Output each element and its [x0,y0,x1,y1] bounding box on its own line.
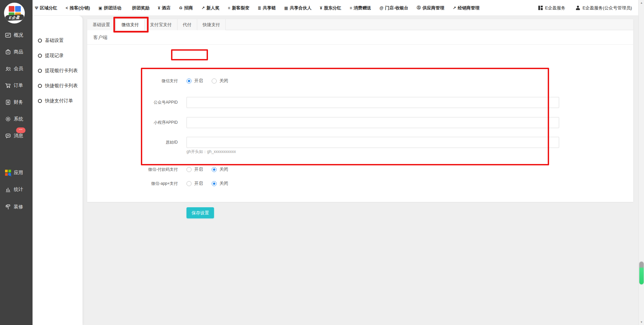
nav-item-newcomer-award[interactable]: ↗新人奖 [201,5,219,11]
sidebar-item-label: 统计 [14,186,23,193]
nav-item-label: 共享合伙人 [290,5,312,11]
nav-item-new-customer-fission[interactable]: ≡新客裂变 [228,5,249,11]
logo-text: E企盈 [5,14,24,21]
nav-item-region-dividend[interactable]: Ψ区域分红 [35,5,57,11]
submenu-item-withdraw-records[interactable]: 提现记录 [33,51,83,61]
scan-pay-row: 微信-付款码支付 开启 关闭 [87,165,237,174]
message-badge: ··· [16,127,25,133]
radio-on-label: 开启 [194,78,203,84]
mini-appid-row: 小程序APPID [87,117,559,128]
main-sidebar: 概况 商品 会员 订单 财务 系统 消息 ··· 应用 [0,0,33,325]
submenu-item-quick-pay-orders[interactable]: 快捷支付订单 [33,96,83,106]
nav-item-consumption-gift[interactable]: ≡消费赠送 [350,5,371,11]
circle-bullet-icon [38,69,42,73]
tab-basic-settings[interactable]: 基础设置 [87,19,116,30]
nav-item-label: 区域分红 [40,5,57,11]
admin-app: 概况 商品 会员 订单 财务 系统 消息 ··· 应用 [0,0,644,325]
page-scrollbar[interactable]: ▲ ▼ [638,0,644,325]
nav-item-dealer-management[interactable]: ↗经销商管理 [452,5,479,11]
tab-quick-pay[interactable]: 快捷支付 [197,19,226,30]
top-nav-menu: Ψ区域分红 <推客(分销) ▣拼团活动 拼团奖励 ¥酒店 ♻招商 ↗新人奖 ≡新… [35,0,480,16]
service-label: E企盈服务 [545,5,566,11]
nav-item-share-partner[interactable]: ▦共享合伙人 [284,5,311,11]
nav-item-label: 新客裂变 [232,5,249,11]
finance-yen-book-icon [5,99,11,105]
plane-icon: ↗ [201,6,205,10]
submenu-item-label: 提现记录 [45,53,64,59]
tab-wechat-pay[interactable]: 微信支付 [116,19,145,31]
at-icon: @ [379,6,383,10]
sidebar-item-label: 应用 [14,170,23,176]
account-label: E企盈服务(公众号管理员) [583,5,632,11]
sidebar-item-label: 商品 [14,49,23,55]
sidebar-item-label: 会员 [14,66,23,72]
stats-bars-icon [5,186,11,193]
scroll-up-icon[interactable]: ▲ [639,0,644,6]
logo-square-blue [15,6,21,12]
top-navbar: Ψ区域分红 <推客(分销) ▣拼团活动 拼团奖励 ¥酒店 ♻招商 ↗新人奖 ≡新… [0,0,644,16]
sidebar-item-apps[interactable]: 应用 [0,168,33,178]
app-logo[interactable]: E企盈 [4,3,25,23]
radio-off-label: 关闭 [219,78,228,84]
sidebar-item-overview[interactable]: 概况 [0,30,33,40]
appid-input[interactable] [186,97,559,108]
system-gear-icon [5,116,11,122]
radio-off-label: 关闭 [219,180,228,186]
submenu-item-quick-bankcards[interactable]: 快捷银行卡列表 [33,81,83,91]
sidebar-item-finance[interactable]: 财务 [0,97,33,107]
sidebar-item-system[interactable]: 系统 [0,114,33,124]
wechat-pay-form: 微信支付 开启 关闭 公众号APPID 小程序APPID 原始ID [87,45,633,202]
radio-app-plus-pay-on[interactable] [186,181,192,186]
settings-submenu: 基础设置 提现记录 提现银行卡列表 快捷银行卡列表 快捷支付订单 [33,16,83,325]
submenu-item-withdraw-bankcards[interactable]: 提现银行卡列表 [33,66,83,76]
payment-settings-panel: 基础设置 微信支付 支付宝支付 代付 快捷支付 客户端 微信支付 开启 关闭 公… [87,19,633,202]
trophy-icon: Ψ [35,6,38,10]
account-menu-item[interactable]: E企盈服务(公众号管理员) [576,5,632,11]
picture-icon: ▦ [284,6,288,10]
section-title: 客户端 [87,30,633,45]
nav-item-share-chain[interactable]: ≣共享链 [258,5,276,11]
sidebar-item-label: 装修 [14,204,23,210]
sidebar-item-message[interactable]: 消息 [0,131,33,141]
recycle-icon: ♻ [179,6,182,10]
sidebar-item-goods[interactable]: 商品 [0,47,33,57]
nav-item-label: 招商 [184,5,193,11]
nav-item-store-cashier[interactable]: @门店-收银台 [379,5,408,11]
scan-pay-group: 开启 关闭 [186,166,237,172]
nav-item-group-activity[interactable]: ▣拼团活动 [98,5,121,11]
sidebar-item-decorate[interactable]: 装修 [0,202,33,212]
radio-wechat-pay-on[interactable] [186,78,192,84]
tab-payout[interactable]: 代付 [177,19,197,30]
radio-wechat-pay-off[interactable] [212,78,217,84]
sidebar-item-stats[interactable]: 统计 [0,184,33,195]
sidebar-item-members[interactable]: 会员 [0,64,33,74]
grid-icon [538,6,543,10]
scroll-down-icon[interactable]: ▼ [639,319,644,325]
sidebar-item-orders[interactable]: 订单 [0,80,33,91]
nav-item-label: 拼团奖励 [132,5,150,11]
circle-bullet-icon [38,54,42,58]
nav-item-shareholder-dividend[interactable]: ¥股东分红 [320,5,341,11]
wechat-pay-switch-row: 微信支付 开启 关闭 [87,76,237,86]
nav-item-investment[interactable]: ♻招商 [179,5,193,11]
members-people-icon [5,66,11,72]
mini-appid-input[interactable] [186,117,559,128]
circle-bullet-icon [38,84,42,88]
nav-item-supplier-management[interactable]: Ⓢ供应商管理 [417,5,444,11]
tab-alipay[interactable]: 支付宝支付 [145,19,177,30]
radio-scan-pay-on[interactable] [186,167,192,172]
nav-item-hotel[interactable]: ¥酒店 [158,5,171,11]
nav-item-label: 股东分红 [324,5,341,11]
decorate-paint-roller-icon [5,204,11,210]
nav-item-group-reward[interactable]: 拼团奖励 [130,5,150,11]
scrollbar-thumb[interactable] [639,262,644,284]
radio-scan-pay-off[interactable] [212,167,217,172]
save-settings-button[interactable]: 保存设置 [186,207,214,218]
original-id-input[interactable] [186,137,559,148]
service-menu-item[interactable]: E企盈服务 [538,5,566,11]
circle-bullet-icon [38,99,42,103]
circle-bullet-icon [38,39,42,43]
nav-item-promoter-distribution[interactable]: <推客(分销) [66,5,90,11]
submenu-item-basic-settings[interactable]: 基础设置 [33,36,83,46]
radio-app-plus-pay-off[interactable] [212,181,217,186]
